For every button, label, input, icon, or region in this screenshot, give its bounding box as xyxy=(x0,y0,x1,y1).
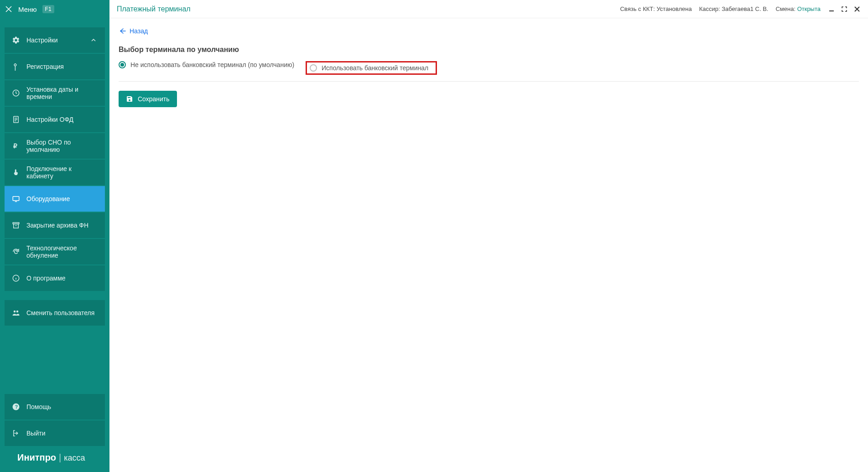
main: Платежный терминал Связь с ККТ: Установл… xyxy=(109,0,868,472)
radio-use-terminal[interactable]: Использовать банковский терминал xyxy=(306,61,437,75)
kkt-status: Связь с ККТ: Установлена xyxy=(620,5,691,12)
sidebar-item-label: Настройки ОФД xyxy=(26,116,73,123)
back-label: Назад xyxy=(130,27,148,35)
clock-icon xyxy=(12,89,20,97)
brand-logo: Инитпро | касса xyxy=(0,447,109,472)
back-link[interactable]: Назад xyxy=(119,27,148,35)
sidebar-item-equipment[interactable]: Оборудование xyxy=(5,186,105,212)
save-label: Сохранить xyxy=(138,95,170,103)
svg-text:?: ? xyxy=(15,404,18,410)
svg-text:₽: ₽ xyxy=(13,143,17,150)
ruble-icon: ₽ xyxy=(12,142,20,150)
sidebar-item-ofd[interactable]: Настройки ОФД xyxy=(5,107,105,132)
arrow-left-icon xyxy=(119,27,126,35)
refresh-icon xyxy=(12,248,20,256)
exit-icon xyxy=(12,429,20,437)
sidebar-item-settings[interactable]: Настройки xyxy=(5,27,105,53)
radio-label: Использовать банковский терминал xyxy=(322,64,428,72)
radio-label: Не использовать банковский терминал (по … xyxy=(130,61,294,68)
sidebar-item-label: О программе xyxy=(26,275,66,282)
close-icon[interactable] xyxy=(853,5,861,13)
sidebar-header: Меню F1 xyxy=(0,0,109,18)
brand-light: касса xyxy=(64,453,85,463)
radio-group: Не использовать банковский терминал (по … xyxy=(119,61,859,75)
radio-not-use-terminal[interactable]: Не использовать банковский терминал (по … xyxy=(119,61,306,68)
svg-point-7 xyxy=(14,311,16,313)
save-icon xyxy=(126,95,133,103)
document-icon xyxy=(12,115,20,124)
help-icon: ? xyxy=(12,403,20,411)
sidebar-item-label: Помощь xyxy=(26,403,51,410)
topbar-status: Связь с ККТ: Установлена Кассир: Забегае… xyxy=(620,5,861,13)
sidebar-item-registration[interactable]: Регистрация xyxy=(5,54,105,79)
sidebar-item-label: Закрытие архива ФН xyxy=(26,222,88,229)
radio-icon xyxy=(310,64,317,72)
sidebar-item-about[interactable]: О программе xyxy=(5,265,105,291)
sidebar-item-label: Регистрация xyxy=(26,63,64,70)
f1-badge: F1 xyxy=(42,5,54,13)
info-icon xyxy=(12,274,20,282)
gear-icon xyxy=(12,36,20,44)
sidebar-item-label: Подключение к кабинету xyxy=(26,165,98,180)
chevron-up-icon xyxy=(89,36,98,44)
close-menu-icon[interactable] xyxy=(5,5,13,13)
sidebar-item-label: Выйти xyxy=(26,430,45,437)
content: Назад Выбор терминала по умолчанию Не ис… xyxy=(109,18,868,116)
svg-rect-3 xyxy=(13,197,19,201)
sidebar-item-label: Настройки xyxy=(26,36,58,44)
shift-status: Смена: Открыта xyxy=(775,5,821,12)
sidebar-item-switch-user[interactable]: Сменить пользователя xyxy=(5,300,105,326)
topbar: Платежный терминал Связь с ККТ: Установл… xyxy=(109,0,868,18)
sidebar-item-label: Выбор СНО по умолчанию xyxy=(26,139,98,153)
save-button[interactable]: Сохранить xyxy=(119,91,177,107)
sidebar-item-exit[interactable]: Выйти xyxy=(5,420,105,446)
svg-point-8 xyxy=(16,311,19,313)
cashier-status: Кассир: Забегаева1 С. В. xyxy=(699,5,769,12)
section-heading: Выбор терминала по умолчанию xyxy=(119,46,859,54)
sidebar-item-label: Установка даты и времени xyxy=(26,86,98,100)
users-icon xyxy=(12,309,20,317)
page-title: Платежный терминал xyxy=(117,5,191,13)
sidebar-item-label: Технологическое обнуление xyxy=(26,244,98,259)
sidebar-item-archive[interactable]: Закрытие архива ФН xyxy=(5,213,105,238)
menu-label: Меню xyxy=(18,5,37,13)
sidebar-item-help[interactable]: ? Помощь xyxy=(5,394,105,420)
device-icon xyxy=(12,195,20,203)
sidebar-item-label: Оборудование xyxy=(26,195,70,202)
divider xyxy=(119,81,859,82)
radio-icon xyxy=(119,61,126,68)
sidebar-item-cabinet[interactable]: Подключение к кабинету xyxy=(5,160,105,185)
sidebar-item-datetime[interactable]: Установка даты и времени xyxy=(5,80,105,106)
sidebar: Меню F1 Настройки Регистрация Установка … xyxy=(0,0,109,472)
brand-bold: Инитпро xyxy=(17,452,56,463)
key-icon xyxy=(12,62,20,71)
touch-icon xyxy=(12,168,20,176)
archive-icon xyxy=(12,221,20,229)
sidebar-item-techreset[interactable]: Технологическое обнуление xyxy=(5,239,105,265)
fullscreen-icon[interactable] xyxy=(841,5,848,13)
sidebar-item-label: Сменить пользователя xyxy=(26,309,94,316)
minimize-icon[interactable] xyxy=(828,5,835,13)
sidebar-item-sno[interactable]: ₽ Выбор СНО по умолчанию xyxy=(5,133,105,159)
